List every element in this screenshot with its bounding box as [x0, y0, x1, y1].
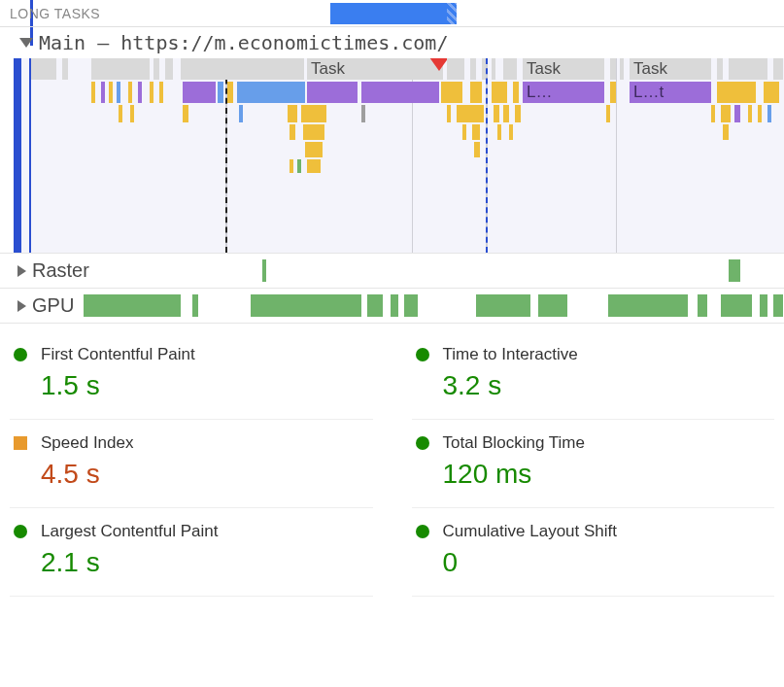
- long-tasks-row: LONG TASKS: [0, 0, 784, 27]
- metric-value: 4.5 s: [41, 459, 369, 490]
- metrics-grid: First Contentful Paint 1.5 s Time to Int…: [0, 324, 784, 606]
- metric-value: 2.1 s: [41, 547, 369, 578]
- raster-label: Raster: [32, 259, 89, 282]
- metric-tbt: Total Blocking Time 120 ms: [412, 420, 775, 508]
- layout-block[interactable]: L…: [523, 82, 604, 103]
- status-dot: [416, 525, 429, 538]
- layout-block[interactable]: L…t: [630, 82, 711, 103]
- status-dot: [14, 348, 27, 361]
- metric-label: Total Blocking Time: [443, 433, 771, 453]
- main-thread-header[interactable]: Main — https://m.economictimes.com/: [0, 27, 784, 58]
- metric-tti: Time to Interactive 3.2 s: [412, 341, 775, 420]
- metric-value: 3.2 s: [443, 370, 771, 401]
- metric-label: Largest Contentful Paint: [41, 522, 369, 541]
- main-thread-section: Main — https://m.economictimes.com/ Task…: [0, 27, 784, 254]
- metric-label: Cumulative Layout Shift: [443, 522, 771, 541]
- metric-value: 1.5 s: [41, 370, 369, 401]
- metric-cls: Cumulative Layout Shift 0: [412, 508, 775, 597]
- status-dot: [416, 348, 429, 361]
- gpu-row[interactable]: GPU: [0, 289, 784, 324]
- metric-label: Speed Index: [41, 433, 369, 453]
- chevron-down-icon: [19, 38, 33, 48]
- metric-label: Time to Interactive: [443, 345, 771, 364]
- task-block[interactable]: Task: [523, 58, 604, 80]
- task-block[interactable]: Task: [630, 58, 711, 80]
- metric-fcp: First Contentful Paint 1.5 s: [10, 341, 373, 420]
- metric-label: First Contentful Paint: [41, 345, 369, 364]
- status-square: [14, 436, 27, 450]
- flame-chart[interactable]: Task Task Task: [14, 58, 784, 253]
- metric-value: 120 ms: [443, 459, 771, 490]
- task-block[interactable]: Task: [307, 58, 443, 80]
- chevron-right-icon: [17, 265, 26, 277]
- metric-value: 0: [443, 547, 771, 578]
- status-dot: [416, 436, 429, 450]
- long-tasks-label: LONG TASKS: [10, 6, 100, 21]
- metric-lcp: Largest Contentful Paint 2.1 s: [10, 508, 373, 597]
- warning-icon: [429, 58, 449, 71]
- raster-row[interactable]: Raster: [0, 254, 784, 289]
- main-thread-title: Main — https://m.economictimes.com/: [39, 31, 448, 54]
- metric-speed-index: Speed Index 4.5 s: [10, 420, 373, 508]
- status-dot: [14, 525, 27, 538]
- long-task-bar[interactable]: [330, 3, 457, 24]
